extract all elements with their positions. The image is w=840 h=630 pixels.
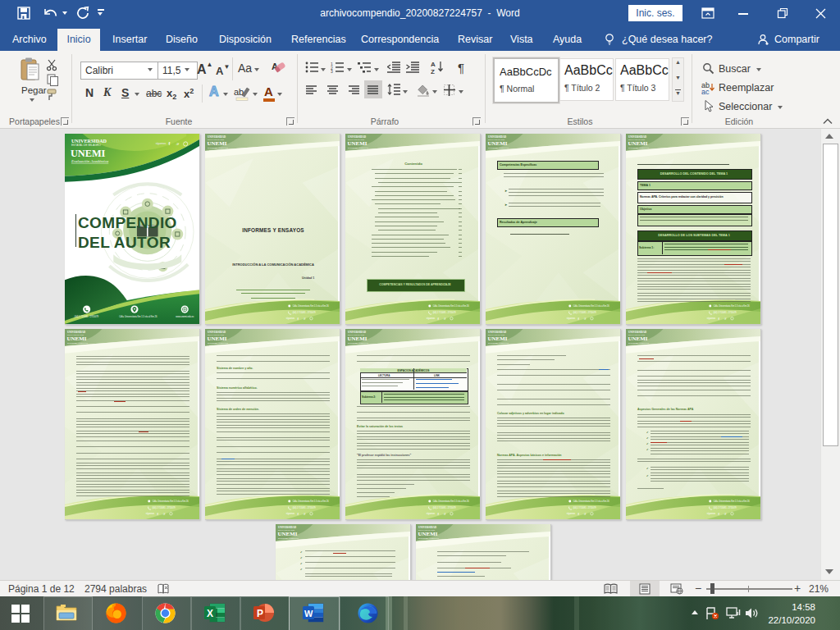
svg-text:𝒴: 𝒴 bbox=[304, 513, 306, 516]
svg-text:síguenos: síguenos bbox=[707, 317, 716, 320]
svg-text:www.unemi.edu.ec: www.unemi.edu.ec bbox=[176, 315, 194, 318]
svg-text:síguenos: síguenos bbox=[156, 142, 167, 145]
svg-text:Evaluación Académica: Evaluación Académica bbox=[67, 342, 88, 345]
svg-text:Evaluación Académica: Evaluación Académica bbox=[208, 147, 228, 149]
svg-text:𝒴: 𝒴 bbox=[304, 317, 306, 321]
svg-text:Evaluación Académica: Evaluación Académica bbox=[488, 342, 509, 345]
svg-text:síguenos: síguenos bbox=[707, 512, 716, 515]
svg-text:(04) 2 715081 - 2715079: (04) 2 715081 - 2715079 bbox=[293, 311, 317, 314]
svg-text:síguenos: síguenos bbox=[567, 512, 576, 515]
svg-text:Cdla. Universitaria Km 1.5 vía: Cdla. Universitaria Km 1.5 vía a Km 26 bbox=[573, 304, 610, 308]
svg-text:Cdla. Universitaria Km 1.5 vía: Cdla. Universitaria Km 1.5 vía a Km 26 bbox=[714, 500, 751, 503]
svg-text:Cdla. Universitaria Km 1.5 vía: Cdla. Universitaria Km 1.5 vía a Km 26 bbox=[433, 304, 470, 308]
svg-text:𝒴: 𝒴 bbox=[724, 317, 727, 321]
svg-text:Cdla. Universitaria Km 1.5 vía: Cdla. Universitaria Km 1.5 vía a Km 26 bbox=[433, 500, 470, 503]
svg-text:ac: ac bbox=[701, 88, 710, 94]
svg-text:Evaluación Académica: Evaluación Académica bbox=[208, 342, 228, 345]
svg-text:síguenos: síguenos bbox=[286, 317, 295, 320]
svg-text:(04) 2 715081 - 2715079: (04) 2 715081 - 2715079 bbox=[293, 506, 317, 509]
svg-text:Cdla. Universitaria Km 1.5 vía: Cdla. Universitaria Km 1.5 vía a Km 26 bbox=[293, 304, 330, 308]
svg-text:síguenos: síguenos bbox=[146, 512, 155, 515]
svg-text:síguenos: síguenos bbox=[427, 317, 436, 320]
svg-text:Evaluación Académica: Evaluación Académica bbox=[418, 537, 439, 540]
svg-text:Cdla. Universitaria Km 1.5 vía: Cdla. Universitaria Km 1.5 vía al Km 26 bbox=[119, 315, 158, 318]
svg-text:ESTATAL DE MILAGRO: ESTATAL DE MILAGRO bbox=[71, 144, 101, 147]
svg-text:𝒴: 𝒴 bbox=[584, 513, 587, 516]
svg-text:Evaluación Académica: Evaluación Académica bbox=[628, 342, 649, 345]
svg-text:Cdla. Universitaria Km 1.5 vía: Cdla. Universitaria Km 1.5 vía a Km 26 bbox=[714, 304, 751, 308]
svg-text:síguenos: síguenos bbox=[286, 512, 295, 515]
svg-text:Cdla. Universitaria Km 1.5 vía: Cdla. Universitaria Km 1.5 vía a Km 26 bbox=[153, 500, 189, 503]
svg-text:𝒴: 𝒴 bbox=[584, 317, 587, 321]
svg-text:(04) 2 715081 - 2715079: (04) 2 715081 - 2715079 bbox=[714, 311, 737, 314]
svg-text:síguenos: síguenos bbox=[567, 317, 576, 320]
svg-text:𝒴: 𝒴 bbox=[444, 513, 446, 516]
svg-text:Evaluación Académica: Evaluación Académica bbox=[488, 147, 509, 149]
svg-text:𝒴: 𝒴 bbox=[444, 317, 446, 321]
svg-text:X: X bbox=[207, 608, 213, 619]
svg-text:Evaluación Académica: Evaluación Académica bbox=[348, 147, 368, 149]
svg-text:síguenos: síguenos bbox=[427, 512, 436, 515]
svg-text:P: P bbox=[257, 608, 263, 619]
svg-text:(04) 2 715081 - 2715079: (04) 2 715081 - 2715079 bbox=[75, 315, 99, 318]
svg-text:UNIVERSIDAD: UNIVERSIDAD bbox=[71, 139, 107, 144]
svg-text:𝒴: 𝒴 bbox=[724, 513, 727, 516]
svg-text:Evaluación Académica: Evaluación Académica bbox=[348, 342, 368, 345]
svg-text:𝒴: 𝒴 bbox=[163, 513, 166, 516]
svg-text:Evaluación Académica: Evaluación Académica bbox=[71, 159, 109, 163]
svg-text:Evaluación Académica: Evaluación Académica bbox=[278, 537, 299, 540]
svg-text:Z: Z bbox=[431, 68, 435, 75]
svg-text:(04) 2 715081 - 2715079: (04) 2 715081 - 2715079 bbox=[573, 506, 597, 509]
svg-text:Cdla. Universitaria Km 1.5 vía: Cdla. Universitaria Km 1.5 vía a Km 26 bbox=[293, 500, 330, 503]
svg-text:3: 3 bbox=[331, 69, 333, 73]
svg-text:f: f bbox=[168, 141, 170, 146]
svg-text:W: W bbox=[304, 609, 313, 619]
svg-text:(04) 2 715081 - 2715079: (04) 2 715081 - 2715079 bbox=[714, 506, 737, 509]
svg-text:Evaluación Académica: Evaluación Académica bbox=[628, 147, 649, 149]
svg-text:(04) 2 715081 - 2715079: (04) 2 715081 - 2715079 bbox=[573, 311, 597, 314]
svg-text:Cdla. Universitaria Km 1.5 vía: Cdla. Universitaria Km 1.5 vía a Km 26 bbox=[573, 500, 610, 503]
svg-text:(04) 2 715081 - 2715079: (04) 2 715081 - 2715079 bbox=[433, 506, 457, 509]
svg-text:(04) 2 715081 - 2715079: (04) 2 715081 - 2715079 bbox=[153, 506, 176, 509]
svg-text:UNEMI: UNEMI bbox=[71, 148, 106, 159]
svg-text:(04) 2 715081 - 2715079: (04) 2 715081 - 2715079 bbox=[433, 311, 457, 314]
